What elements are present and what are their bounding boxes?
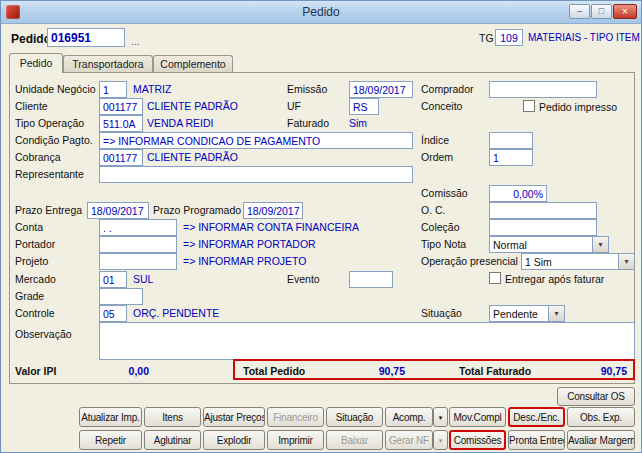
projeto-label: Projeto [15,255,48,267]
controle-label: Controle [15,307,55,319]
situacao-select[interactable]: Pendente ▾ [489,305,565,322]
window-title: Pedido [1,5,641,19]
tipo-nota-label: Tipo Nota [421,238,466,250]
prazo-entrega-field[interactable]: 18/09/2017 [87,202,149,219]
atualizar-imp-button[interactable]: Atualizar Imp. [79,407,142,427]
emissao-field[interactable]: 18/09/2017 [349,81,413,98]
grade-field[interactable] [99,288,143,305]
evento-field[interactable] [349,271,393,288]
prazo-entrega-label: Prazo Entrega [15,204,82,216]
maximize-button[interactable]: □ [591,4,612,19]
pedido-field-label: Pedido [11,32,51,46]
itens-button[interactable]: Itens [144,407,201,427]
faturado-label: Faturado [287,117,329,129]
entregar-apos-faturar-checkbox[interactable] [489,272,501,284]
conceito-label: Conceito [421,100,462,112]
evento-label: Evento [287,273,320,285]
avaliar-margem-button[interactable]: Avaliar Margem [567,430,635,450]
explodir-button[interactable]: Explodir [203,430,265,450]
situacao-button[interactable]: Situação [326,407,383,427]
faturado-value: Sim [349,117,367,129]
cobranca-desc: CLIENTE PADRÃO [147,151,238,163]
dropdown-arrow-icon[interactable]: ▾ [592,237,608,252]
unidade-negocio-field[interactable]: 1 [99,81,127,98]
observacao-field[interactable] [99,322,635,360]
titlebar[interactable]: Pedido – □ × [1,1,641,24]
pedido-impresso-label: Pedido impresso [539,101,617,113]
comprador-field[interactable] [489,81,597,98]
ordem-field[interactable]: 1 [489,149,533,166]
mercado-field[interactable]: 01 [99,271,127,288]
desc-enc-button[interactable]: Desc./Enc. [508,407,565,427]
baixar-button: Baixar [326,430,383,450]
unidade-negocio-label: Unidade Negócio [15,83,96,95]
prazo-programado-field[interactable]: 18/09/2017 [243,202,303,219]
comissao-field[interactable]: 0,00% [489,185,547,202]
indice-label: Índice [421,134,449,146]
gerar-nf-dropdown-button: ▾ [433,430,448,450]
grade-label: Grade [15,290,44,302]
indice-field[interactable] [489,132,533,149]
unidade-negocio-desc: MATRIZ [133,83,171,95]
tipo-operacao-field[interactable]: 511.0A [99,115,143,132]
operacao-presencial-label: Operação presencial [421,255,518,267]
operacao-presencial-select[interactable]: 1 Sim ▾ [521,253,635,270]
condicao-pagto-label: Condição Pagto. [15,134,93,146]
ordem-label: Ordem [421,151,453,163]
uf-field[interactable]: RS [349,98,379,115]
repetir-button[interactable]: Repetir [79,430,142,450]
acomp-dropdown-button[interactable]: ▾ [433,407,448,427]
close-button[interactable]: × [613,4,637,19]
pronta-entrega-button[interactable]: Pronta Entrega [508,430,565,450]
dropdown-arrow-icon[interactable]: ▾ [548,306,564,321]
controle-field[interactable]: 05 [99,305,127,322]
totals-highlight-box: Total Pedido 90,75 Total Faturado 90,75 [233,359,635,380]
minimize-button[interactable]: – [569,4,590,19]
tab-pedido[interactable]: Pedido [9,53,63,73]
cobranca-field[interactable]: 001177 [99,149,143,166]
consultar-os-button[interactable]: Consultar OS [557,387,635,406]
acomp-button[interactable]: Acomp. [385,407,433,427]
comprador-label: Comprador [421,83,474,95]
mercado-label: Mercado [15,273,56,285]
projeto-desc: => INFORMAR PROJETO [183,255,307,267]
comissoes-button[interactable]: Comissões [449,430,506,450]
cliente-field[interactable]: 001177 [99,98,143,115]
pedido-number-field[interactable]: 016951 [47,28,125,47]
ajustar-precos-button[interactable]: Ajustar Preços [203,407,265,427]
aglutinar-button[interactable]: Aglutinar [144,430,201,450]
tipo-operacao-desc: VENDA REIDI [147,117,214,129]
obs-exp-button[interactable]: Obs. Exp. [567,407,635,427]
tab-transportadora[interactable]: Transportadora [63,55,153,72]
cliente-desc: CLIENTE PADRÃO [147,100,238,112]
portador-field[interactable] [99,236,177,253]
gerar-nf-button: Gerar NF [385,430,433,450]
uf-label: UF [287,100,301,112]
pedido-lookup-button[interactable]: ... [131,35,140,47]
conta-desc: => INFORMAR CONTA FINANCEIRA [183,221,359,233]
imprimir-button[interactable]: Imprimir [267,430,324,450]
total-pedido-label: Total Pedido [243,365,305,377]
mov-compl-button[interactable]: Mov.Compl [449,407,506,427]
representante-field[interactable] [99,166,413,183]
entregar-apos-faturar-label: Entregar após faturar [505,273,604,285]
pedido-impresso-checkbox[interactable] [523,100,535,112]
conta-field[interactable]: . . [99,219,177,236]
total-pedido-value: 90,75 [335,365,405,377]
tab-complemento[interactable]: Complemento [153,55,233,72]
tg-desc: MATERIAIS - TIPO ITEM [528,32,640,43]
mercado-desc: SUL [133,273,153,285]
oc-field[interactable] [489,202,597,219]
representante-label: Representante [15,168,84,180]
dropdown-arrow-icon[interactable]: ▾ [618,254,634,269]
tipo-nota-select[interactable]: Normal ▾ [489,236,609,253]
oc-label: O. C. [421,204,446,216]
colecao-field[interactable] [489,219,597,236]
cobranca-label: Cobrança [15,151,61,163]
prazo-programado-label: Prazo Programado [153,204,241,216]
portador-label: Portador [15,238,55,250]
conta-label: Conta [15,221,43,233]
tg-field[interactable]: 109 [495,29,523,46]
condicao-pagto-field[interactable]: => INFORMAR CONDICAO DE PAGAMENTO [99,132,413,149]
projeto-field[interactable] [99,253,177,270]
